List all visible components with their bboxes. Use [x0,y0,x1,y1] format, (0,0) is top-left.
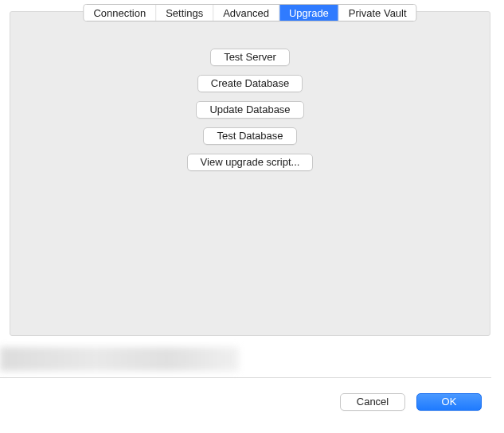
button-label: Test Database [217,130,283,142]
tab-private-vault[interactable]: Private Vault [339,5,416,21]
tab-label: Upgrade [289,7,329,19]
button-label: OK [442,396,457,408]
tab-label: Settings [166,7,203,19]
upgrade-actions: Test Server Create Database Update Datab… [10,49,490,171]
button-label: Test Server [224,51,276,63]
view-upgrade-script-button[interactable]: View upgrade script... [187,154,314,171]
cancel-button[interactable]: Cancel [340,393,405,411]
update-database-button[interactable]: Update Database [196,101,303,119]
redacted-region [0,347,239,371]
content-pane: Connection Settings Advanced Upgrade Pri… [10,11,490,336]
test-server-button[interactable]: Test Server [210,49,290,66]
tab-bar: Connection Settings Advanced Upgrade Pri… [83,4,416,21]
button-label: View upgrade script... [201,156,300,168]
tab-upgrade[interactable]: Upgrade [279,5,339,21]
tab-settings[interactable]: Settings [156,5,213,21]
create-database-button[interactable]: Create Database [197,75,303,92]
button-label: Update Database [209,103,290,115]
test-database-button[interactable]: Test Database [203,127,296,145]
tab-label: Advanced [223,7,269,19]
tab-connection[interactable]: Connection [84,5,156,21]
dialog-footer: Cancel OK [340,393,482,411]
button-label: Create Database [211,77,289,89]
tab-advanced[interactable]: Advanced [213,5,279,21]
divider [0,377,491,378]
tab-label: Private Vault [349,7,407,19]
ok-button[interactable]: OK [416,393,482,411]
dialog-window: Connection Settings Advanced Upgrade Pri… [0,0,504,433]
button-label: Cancel [357,396,389,408]
tab-label: Connection [93,7,146,19]
